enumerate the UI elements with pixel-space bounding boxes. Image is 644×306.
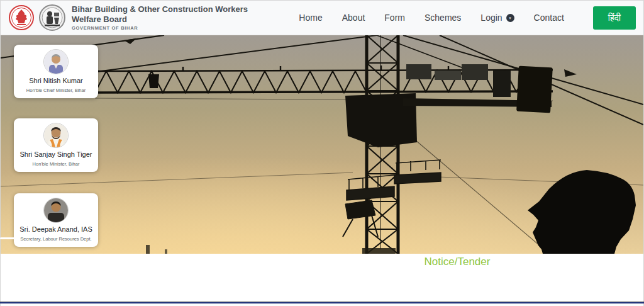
site-title: Bihar Building & Other Construction Work…	[72, 4, 248, 31]
official-title: Hon'ble Chief Minister, Bihar	[26, 88, 86, 93]
carousel-indicator[interactable]	[0, 237, 17, 239]
page: Bihar Building & Other Construction Work…	[0, 0, 644, 306]
site-title-line1: Bihar Building & Other Construction Work…	[72, 4, 248, 14]
official-photo-nitish-kumar	[43, 49, 69, 74]
official-card-secretary[interactable]: Sri. Deepak Anand, IAS Secretary, Labour…	[14, 193, 98, 247]
site-title-line2: Welfare Board	[72, 14, 248, 25]
language-toggle-button[interactable]: हिंदी	[593, 6, 636, 30]
bihar-government-seal-icon	[8, 4, 35, 31]
official-name: Shri Nitish Kumar	[29, 77, 83, 84]
nav-home[interactable]: Home	[299, 13, 322, 23]
chevron-down-circle-icon: ▾	[506, 14, 514, 22]
official-photo-deepak-anand	[43, 198, 69, 223]
official-photo-sanjay-singh-tiger	[43, 123, 69, 148]
official-title: Hon'ble Minister, Bihar	[33, 161, 80, 167]
official-card-chief-minister[interactable]: Shri Nitish Kumar Hon'ble Chief Minister…	[14, 45, 98, 98]
top-navbar: Bihar Building & Other Construction Work…	[1, 1, 643, 35]
nav-login-label: Login	[480, 13, 502, 23]
nav-contact[interactable]: Contact	[534, 13, 564, 23]
notice-tender-heading: Notice/Tender	[425, 256, 491, 268]
official-card-minister[interactable]: Shri Sanjay Singh Tiger Hon'ble Minister…	[14, 118, 98, 172]
nav-login[interactable]: Login ▾	[480, 13, 514, 23]
official-name: Shri Sanjay Singh Tiger	[20, 150, 92, 158]
site-subtitle: GOVERNMENT OF BIHAR	[72, 25, 248, 31]
nav-about[interactable]: About	[342, 13, 365, 23]
main-navigation: Home About Form Schemes Login ▾ Contact …	[299, 6, 636, 30]
notice-section: Notice/Tender	[1, 254, 643, 302]
notice-column: Notice/Tender	[271, 256, 643, 268]
nav-schemes[interactable]: Schemes	[425, 13, 461, 23]
footer-strip	[1, 303, 643, 306]
official-name: Sri. Deepak Anand, IAS	[19, 225, 92, 233]
official-title: Secretary, Labour Resoures Dept.	[20, 236, 91, 242]
welfare-board-emblem-icon	[38, 4, 66, 31]
nav-form[interactable]: Form	[384, 13, 405, 23]
